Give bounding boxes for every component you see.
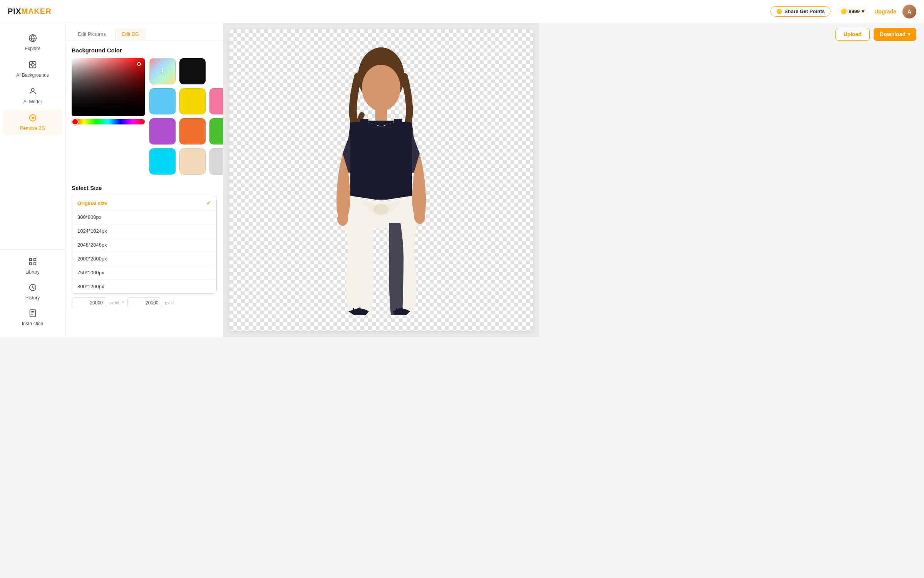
sidebar-bottom: Library History Instruction (0, 249, 65, 331)
width-input[interactable]: 20000 (72, 297, 106, 308)
size-option-original[interactable]: Original size ✓ (72, 196, 216, 210)
remove-bg-icon (28, 114, 37, 124)
sidebar-label-instruction: Instruction (22, 321, 43, 326)
size-label-800x1200: 800*1200px (77, 284, 104, 289)
sidebar-item-instruction[interactable]: Instruction (3, 305, 62, 330)
logo: PIXMAKER (8, 7, 52, 16)
svg-point-28 (414, 210, 425, 224)
dimension-inputs: 20000 px W * 20000 px H (72, 297, 217, 308)
swatch-row-3 (149, 118, 223, 144)
size-label-800: 800*800px (77, 214, 101, 220)
size-label-750: 750*1000px (77, 270, 104, 276)
svg-rect-14 (29, 263, 32, 265)
swatch-yellow[interactable] (179, 88, 206, 114)
sidebar-item-ai-model[interactable]: AI Model (3, 83, 62, 108)
app-body: Explore AI Backgrounds AI Model Remove B… (0, 0, 539, 337)
swatch-row-4 (149, 148, 223, 175)
svg-point-27 (337, 212, 348, 226)
sidebar: Explore AI Backgrounds AI Model Remove B… (0, 23, 65, 337)
tab-edit-bg[interactable]: Edit BG (115, 28, 146, 40)
edit-panel: Edit Pictures Edit BG Background Color (65, 23, 223, 337)
svg-rect-25 (394, 119, 402, 126)
sidebar-item-library[interactable]: Library (3, 254, 62, 279)
multiply-sign: * (122, 300, 124, 306)
size-option-800[interactable]: 800*800px (72, 210, 216, 224)
swatch-light-blue[interactable] (149, 88, 176, 114)
svg-point-22 (362, 65, 400, 111)
swatch-pink[interactable] (209, 88, 223, 114)
sidebar-item-explore[interactable]: Explore (3, 30, 62, 55)
size-dropdown: Original size ✓ 800*800px 1024*1024px 20… (72, 196, 217, 294)
sidebar-label-ai-backgrounds: AI Backgrounds (16, 72, 49, 78)
size-option-2048[interactable]: 2048*2048px (72, 238, 216, 252)
panel-content: Background Color (65, 41, 223, 314)
sidebar-label-ai-model: AI Model (23, 99, 42, 104)
swatch-row-2 (149, 88, 223, 114)
instruction-icon (28, 309, 37, 319)
size-label-1024: 1024*1024px (77, 228, 107, 234)
tab-edit-pictures[interactable]: Edit Pictures (72, 28, 112, 40)
canvas-frame (229, 29, 533, 331)
sidebar-label-explore: Explore (25, 46, 40, 51)
sidebar-item-history[interactable]: History (3, 279, 62, 304)
svg-point-26 (373, 204, 389, 215)
gradient-swatch[interactable]: + (149, 58, 176, 84)
header: PIXMAKER 🪙 Share Get Points 🟡 9999 ▾ Upg… (0, 0, 539, 23)
model-figure (312, 44, 450, 316)
plus-icon: + (160, 66, 165, 76)
size-label-original: Original size (77, 200, 107, 206)
color-gradient-picker[interactable] (72, 58, 145, 124)
height-input[interactable]: 20000 (127, 297, 162, 308)
globe-icon (28, 34, 37, 44)
svg-rect-13 (33, 259, 36, 261)
svg-rect-12 (29, 259, 32, 261)
size-option-750[interactable]: 750*1000px (72, 266, 216, 280)
swatch-light-gray[interactable] (209, 148, 223, 175)
px-h-label: px H (165, 301, 174, 305)
hue-cursor[interactable] (72, 118, 79, 125)
sidebar-item-ai-backgrounds[interactable]: AI Backgrounds (3, 57, 62, 82)
swatch-beige[interactable] (179, 148, 206, 175)
select-size-section: Select Size Original size ✓ 800*800px 10… (72, 185, 217, 308)
swatch-purple[interactable] (149, 118, 176, 144)
sidebar-label-library: Library (25, 269, 40, 275)
size-option-800x1200[interactable]: 800*1200px (72, 280, 216, 293)
gradient-cursor[interactable] (137, 62, 141, 66)
swatch-orange[interactable] (179, 118, 206, 144)
size-label-2000: 2000*2000px (77, 256, 107, 262)
sidebar-label-remove-bg: Remove BG (20, 126, 45, 131)
sidebar-item-remove-bg[interactable]: Remove BG (3, 110, 62, 135)
history-icon (28, 283, 37, 294)
gradient-field-container[interactable] (72, 58, 145, 116)
sidebar-label-history: History (25, 295, 40, 301)
check-icon: ✓ (206, 200, 211, 206)
svg-rect-24 (360, 119, 368, 126)
ai-bg-icon (28, 60, 37, 71)
canvas-area (223, 23, 539, 337)
size-option-1024[interactable]: 1024*1024px (72, 224, 216, 238)
hue-slider[interactable] (72, 119, 145, 124)
size-label-2048: 2048*2048px (77, 242, 107, 248)
px-w-label: px W (109, 301, 119, 305)
svg-point-8 (31, 89, 34, 91)
bg-color-title: Background Color (72, 47, 217, 54)
gradient-field[interactable] (72, 58, 145, 116)
svg-rect-15 (33, 263, 36, 265)
swatch-black[interactable] (179, 58, 206, 84)
color-swatches: + (149, 58, 223, 178)
person-icon (28, 87, 37, 97)
select-size-title: Select Size (72, 185, 217, 191)
swatch-row-1: + (149, 58, 223, 84)
swatch-green[interactable] (209, 118, 223, 144)
library-icon (28, 257, 37, 268)
svg-point-3 (31, 63, 34, 66)
swatch-cyan[interactable] (149, 148, 176, 175)
model-svg (312, 45, 450, 315)
panel-tabs: Edit Pictures Edit BG (65, 23, 223, 41)
size-option-2000[interactable]: 2000*2000px (72, 252, 216, 266)
